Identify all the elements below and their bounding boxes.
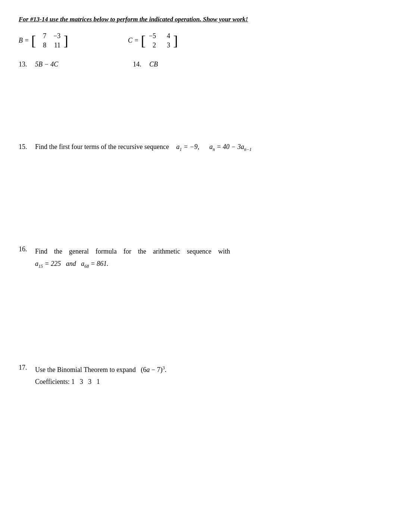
matrix-B-label: B = [19, 37, 29, 44]
matrix-C-r2c1: 2 [148, 41, 156, 49]
matrix-B-r1c2: −3 [53, 32, 60, 40]
problem-17-num: 17. [19, 364, 31, 372]
problem-15-content: Find the first four terms of the recursi… [35, 143, 252, 152]
bracket-right-B: ] [63, 34, 68, 48]
matrix-C-def: C = [ −5 4 2 3 ] [128, 32, 178, 49]
matrices-row: B = [ 7 −3 8 11 ] C = [ −5 4 2 3 ] [19, 32, 401, 49]
matrix-C-label: C = [128, 37, 139, 44]
bracket-left-C: [ [141, 34, 146, 48]
problem-17: 17. Use the Binomial Theorem to expand (… [19, 364, 401, 388]
problem-17-line1: Use the Binomial Theorem to expand (6a −… [35, 364, 166, 376]
problem-16-content: Find the general formula for the arithme… [35, 245, 230, 270]
matrix-B-bracket: [ 7 −3 8 11 ] [31, 32, 68, 49]
matrix-C-grid: −5 4 2 3 [147, 32, 172, 49]
problem-17-line2: Coefficients: 1 3 3 1 [35, 376, 166, 388]
problem-15-text: Find the first four terms of the recursi… [35, 143, 174, 151]
header-instruction: For #13-14 use the matrices below to per… [19, 15, 401, 24]
bracket-right-C: ] [173, 34, 178, 48]
problem-16: 16. Find the general formula for the ari… [19, 245, 401, 270]
matrix-C-r1c1: −5 [148, 32, 156, 40]
problem-14: 14. CB [133, 60, 158, 68]
matrix-B-r2c2: 11 [53, 41, 60, 49]
bracket-left-B: [ [31, 34, 36, 48]
problem-15-num: 15. [19, 143, 31, 151]
problem-16-num: 16. [19, 245, 31, 253]
problem-15-formula: a1 = −9, an = 40 − 3an−1 [176, 143, 251, 152]
problem-13-content: 5B − 4C [35, 60, 58, 68]
matrix-B-def: B = [ 7 −3 8 11 ] [19, 32, 68, 49]
problem-16-line2: a15 = 225 and a68 = 861. [35, 258, 230, 270]
problem-13: 13. 5B − 4C [19, 60, 58, 68]
matrix-C-r2c2: 3 [163, 41, 170, 49]
problem-17-content: Use the Binomial Theorem to expand (6a −… [35, 364, 166, 388]
problem-14-content: CB [149, 60, 158, 68]
problem-13-num: 13. [19, 60, 31, 68]
problem-14-num: 14. [133, 60, 145, 68]
matrix-C-r1c2: 4 [163, 32, 170, 40]
matrix-C-bracket: [ −5 4 2 3 ] [141, 32, 178, 49]
matrix-B-grid: 7 −3 8 11 [37, 32, 62, 49]
matrix-B-r1c1: 7 [39, 32, 46, 40]
problem-15: 15. Find the first four terms of the rec… [19, 143, 401, 152]
matrix-B-r2c1: 8 [39, 41, 46, 49]
problems-13-14-row: 13. 5B − 4C 14. CB [19, 60, 401, 68]
problem-16-line1: Find the general formula for the arithme… [35, 245, 230, 257]
